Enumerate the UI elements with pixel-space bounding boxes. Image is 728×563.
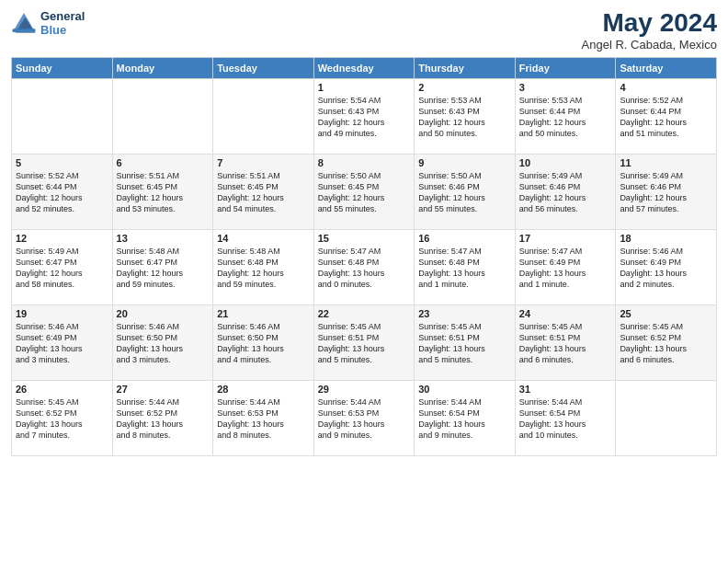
day-number: 8: [318, 157, 411, 168]
day-number: 14: [217, 233, 310, 244]
day-cell: [112, 78, 213, 154]
day-number: 27: [117, 384, 210, 395]
day-info: Sunrise: 5:45 AM Sunset: 6:52 PM Dayligh…: [620, 321, 712, 366]
day-info: Sunrise: 5:45 AM Sunset: 6:51 PM Dayligh…: [519, 321, 612, 366]
day-number: 12: [16, 233, 108, 244]
col-header-sunday: Sunday: [12, 57, 113, 78]
day-info: Sunrise: 5:45 AM Sunset: 6:51 PM Dayligh…: [318, 321, 411, 366]
day-number: 10: [519, 157, 612, 168]
col-header-monday: Monday: [112, 57, 213, 78]
day-number: 23: [418, 308, 511, 319]
col-header-thursday: Thursday: [415, 57, 516, 78]
day-cell: 21Sunrise: 5:46 AM Sunset: 6:50 PM Dayli…: [213, 304, 314, 380]
day-cell: 3Sunrise: 5:53 AM Sunset: 6:44 PM Daylig…: [515, 78, 616, 154]
day-cell: 19Sunrise: 5:46 AM Sunset: 6:49 PM Dayli…: [12, 304, 113, 380]
day-number: 19: [16, 308, 108, 319]
col-header-tuesday: Tuesday: [213, 57, 314, 78]
day-number: 11: [620, 157, 712, 168]
day-number: 31: [519, 384, 612, 395]
day-info: Sunrise: 5:49 AM Sunset: 6:47 PM Dayligh…: [16, 246, 108, 291]
col-header-wednesday: Wednesday: [313, 57, 415, 78]
day-cell: 28Sunrise: 5:44 AM Sunset: 6:53 PM Dayli…: [213, 380, 314, 455]
main-title: May 2024: [582, 9, 717, 38]
day-info: Sunrise: 5:52 AM Sunset: 6:44 PM Dayligh…: [16, 170, 108, 215]
day-info: Sunrise: 5:44 AM Sunset: 6:54 PM Dayligh…: [418, 396, 511, 442]
day-info: Sunrise: 5:44 AM Sunset: 6:52 PM Dayligh…: [117, 396, 210, 442]
day-cell: 16Sunrise: 5:47 AM Sunset: 6:48 PM Dayli…: [415, 229, 516, 304]
day-info: Sunrise: 5:44 AM Sunset: 6:53 PM Dayligh…: [318, 396, 411, 442]
day-info: Sunrise: 5:48 AM Sunset: 6:47 PM Dayligh…: [117, 246, 210, 291]
day-cell: 14Sunrise: 5:48 AM Sunset: 6:48 PM Dayli…: [213, 229, 314, 304]
day-cell: 22Sunrise: 5:45 AM Sunset: 6:51 PM Dayli…: [313, 304, 415, 380]
logo-text: General Blue: [40, 9, 85, 37]
day-info: Sunrise: 5:45 AM Sunset: 6:51 PM Dayligh…: [418, 321, 511, 366]
day-info: Sunrise: 5:47 AM Sunset: 6:49 PM Dayligh…: [519, 246, 612, 291]
day-info: Sunrise: 5:47 AM Sunset: 6:48 PM Dayligh…: [418, 246, 511, 291]
day-info: Sunrise: 5:49 AM Sunset: 6:46 PM Dayligh…: [620, 170, 712, 215]
day-number: 3: [519, 82, 612, 93]
day-cell: 26Sunrise: 5:45 AM Sunset: 6:52 PM Dayli…: [12, 380, 113, 455]
day-cell: 24Sunrise: 5:45 AM Sunset: 6:51 PM Dayli…: [515, 304, 616, 380]
day-info: Sunrise: 5:49 AM Sunset: 6:46 PM Dayligh…: [519, 170, 612, 215]
day-info: Sunrise: 5:46 AM Sunset: 6:49 PM Dayligh…: [16, 321, 108, 366]
day-number: 26: [16, 384, 108, 395]
day-info: Sunrise: 5:46 AM Sunset: 6:50 PM Dayligh…: [117, 321, 210, 366]
day-number: 5: [16, 157, 108, 168]
day-number: 24: [519, 308, 612, 319]
day-cell: 25Sunrise: 5:45 AM Sunset: 6:52 PM Dayli…: [616, 304, 717, 380]
day-number: 21: [217, 308, 310, 319]
svg-rect-3: [13, 29, 36, 32]
day-info: Sunrise: 5:54 AM Sunset: 6:43 PM Dayligh…: [318, 95, 411, 140]
col-header-saturday: Saturday: [616, 57, 717, 78]
day-cell: 15Sunrise: 5:47 AM Sunset: 6:48 PM Dayli…: [313, 229, 415, 304]
day-cell: [616, 380, 717, 455]
day-cell: 9Sunrise: 5:50 AM Sunset: 6:46 PM Daylig…: [415, 154, 516, 229]
day-info: Sunrise: 5:45 AM Sunset: 6:52 PM Dayligh…: [16, 396, 108, 442]
day-info: Sunrise: 5:47 AM Sunset: 6:48 PM Dayligh…: [318, 246, 411, 291]
day-info: Sunrise: 5:44 AM Sunset: 6:53 PM Dayligh…: [217, 396, 310, 442]
day-cell: 5Sunrise: 5:52 AM Sunset: 6:44 PM Daylig…: [12, 154, 113, 229]
week-row-1: 1Sunrise: 5:54 AM Sunset: 6:43 PM Daylig…: [12, 78, 717, 154]
day-cell: 1Sunrise: 5:54 AM Sunset: 6:43 PM Daylig…: [313, 78, 415, 154]
day-number: 16: [418, 233, 511, 244]
day-info: Sunrise: 5:51 AM Sunset: 6:45 PM Dayligh…: [117, 170, 210, 215]
day-info: Sunrise: 5:50 AM Sunset: 6:46 PM Dayligh…: [418, 170, 511, 215]
day-cell: 20Sunrise: 5:46 AM Sunset: 6:50 PM Dayli…: [112, 304, 213, 380]
day-number: 6: [117, 157, 210, 168]
week-row-3: 12Sunrise: 5:49 AM Sunset: 6:47 PM Dayli…: [12, 229, 717, 304]
day-number: 9: [418, 157, 511, 168]
day-info: Sunrise: 5:46 AM Sunset: 6:50 PM Dayligh…: [217, 321, 310, 366]
logo-icon: [11, 10, 37, 36]
day-cell: 30Sunrise: 5:44 AM Sunset: 6:54 PM Dayli…: [415, 380, 516, 455]
calendar-table: SundayMondayTuesdayWednesdayThursdayFrid…: [11, 57, 717, 456]
day-cell: 11Sunrise: 5:49 AM Sunset: 6:46 PM Dayli…: [616, 154, 717, 229]
week-row-4: 19Sunrise: 5:46 AM Sunset: 6:49 PM Dayli…: [12, 304, 717, 380]
page: General Blue May 2024 Angel R. Cabada, M…: [0, 0, 728, 563]
day-info: Sunrise: 5:52 AM Sunset: 6:44 PM Dayligh…: [620, 95, 712, 140]
day-number: 18: [620, 233, 712, 244]
day-cell: 29Sunrise: 5:44 AM Sunset: 6:53 PM Dayli…: [313, 380, 415, 455]
day-cell: 17Sunrise: 5:47 AM Sunset: 6:49 PM Dayli…: [515, 229, 616, 304]
day-number: 13: [117, 233, 210, 244]
day-number: 22: [318, 308, 411, 319]
day-info: Sunrise: 5:51 AM Sunset: 6:45 PM Dayligh…: [217, 170, 310, 215]
day-cell: 10Sunrise: 5:49 AM Sunset: 6:46 PM Dayli…: [515, 154, 616, 229]
day-number: 2: [418, 82, 511, 93]
day-number: 20: [117, 308, 210, 319]
subtitle: Angel R. Cabada, Mexico: [582, 38, 717, 52]
day-info: Sunrise: 5:48 AM Sunset: 6:48 PM Dayligh…: [217, 246, 310, 291]
day-cell: 23Sunrise: 5:45 AM Sunset: 6:51 PM Dayli…: [415, 304, 516, 380]
day-number: 25: [620, 308, 712, 319]
day-cell: 6Sunrise: 5:51 AM Sunset: 6:45 PM Daylig…: [112, 154, 213, 229]
day-info: Sunrise: 5:46 AM Sunset: 6:49 PM Dayligh…: [620, 246, 712, 291]
day-cell: 12Sunrise: 5:49 AM Sunset: 6:47 PM Dayli…: [12, 229, 113, 304]
day-cell: 4Sunrise: 5:52 AM Sunset: 6:44 PM Daylig…: [616, 78, 717, 154]
day-cell: [12, 78, 113, 154]
header-row: SundayMondayTuesdayWednesdayThursdayFrid…: [12, 57, 717, 78]
week-row-2: 5Sunrise: 5:52 AM Sunset: 6:44 PM Daylig…: [12, 154, 717, 229]
week-row-5: 26Sunrise: 5:45 AM Sunset: 6:52 PM Dayli…: [12, 380, 717, 455]
col-header-friday: Friday: [515, 57, 616, 78]
logo: General Blue: [11, 9, 85, 37]
day-number: 29: [318, 384, 411, 395]
day-number: 30: [418, 384, 511, 395]
